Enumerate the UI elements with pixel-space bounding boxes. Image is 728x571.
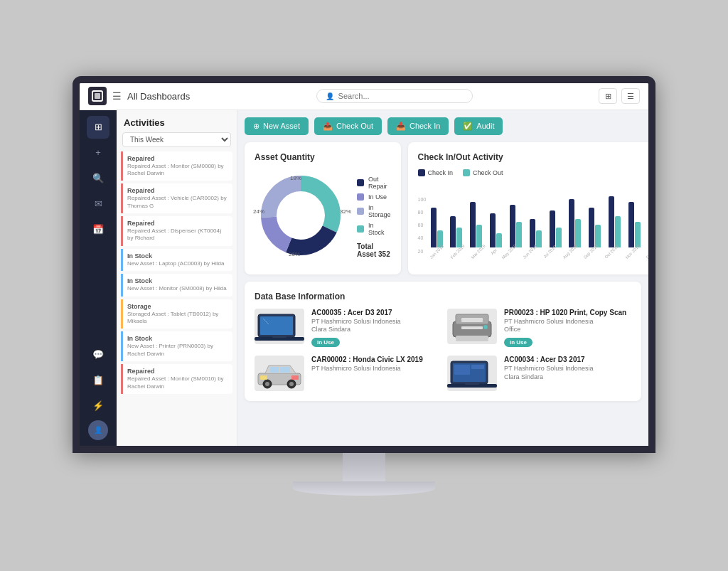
audit-icon: ✅ <box>463 122 473 131</box>
bar-checkin <box>490 213 496 247</box>
asset-quantity-title: Asset Quantity <box>255 152 391 162</box>
svg-rect-33 <box>454 365 470 375</box>
bar-group <box>646 191 648 247</box>
donut-label-26: 26% <box>289 251 300 257</box>
plus-circle-icon: ⊕ <box>253 122 259 131</box>
bar-legend-checkout-label: Check Out <box>473 169 503 176</box>
bar-checkout <box>496 233 502 247</box>
activities-filter-select[interactable]: This Week <box>122 132 231 147</box>
sidebar-icon-bolt[interactable]: ⚡ <box>87 395 109 417</box>
donut-legend: Out Repair In Use In Storage <box>357 176 391 258</box>
bar-group <box>587 191 604 247</box>
bar-checkout <box>575 219 581 247</box>
sidebar-icon-calendar[interactable]: 📅 <box>87 218 109 241</box>
db-img-laptop2 <box>447 356 497 391</box>
bar-legend-checkin-label: Check In <box>428 169 454 176</box>
bar-group <box>448 191 465 247</box>
legend-label-inuse: In Use <box>368 193 387 201</box>
bar-group <box>547 191 564 247</box>
db-item4-name: AC00034 : Acer D3 2017 <box>504 356 631 363</box>
db-item2-badge: In Use <box>504 338 532 347</box>
bar-checkin <box>550 210 555 247</box>
donut-label-18: 18% <box>290 175 301 181</box>
bar-checkin <box>609 196 614 247</box>
new-asset-button[interactable]: ⊕ New Asset <box>245 117 309 135</box>
db-item3-name: CAR00002 : Honda Civic LX 2019 <box>311 356 439 363</box>
legend-label-outrepair: Out Repair <box>368 176 391 190</box>
total-assets: Total Asset 352 <box>357 242 391 258</box>
bar-group <box>507 191 524 247</box>
user-avatar[interactable]: 👤 <box>88 420 108 440</box>
list-view-btn[interactable]: ☰ <box>621 88 640 104</box>
search-input[interactable] <box>338 92 464 100</box>
bar-group <box>567 191 584 247</box>
sidebar-icon-search[interactable]: 🔍 <box>87 167 109 190</box>
topbar: ☰ All Dashboards 👤 ⊞ ☰ <box>80 83 648 110</box>
list-item[interactable]: Storage Storaged Asset : Tablet (TB0012)… <box>121 299 232 329</box>
svg-rect-21 <box>280 367 290 373</box>
list-item[interactable]: In Stock New Asset : Monitor (SM0008) by… <box>121 274 232 296</box>
sidebar-icon-mail[interactable]: ✉ <box>87 193 109 215</box>
sidebar-icon-add[interactable]: + <box>87 142 109 164</box>
activities-list: Repaired Repaired Asset : Monitor (SM000… <box>117 151 237 446</box>
legend-dot-inuse <box>357 193 364 201</box>
db-item2-company: PT Hashmicro Solusi IndonesiaOffice <box>504 318 631 334</box>
svg-rect-26 <box>260 375 267 380</box>
db-img-car <box>255 356 304 391</box>
sidebar-icon-grid[interactable]: ⊞ <box>87 116 109 139</box>
bar-checkin <box>530 219 535 247</box>
db-img-printer <box>447 309 497 344</box>
sidebar: ⊞ + 🔍 ✉ 📅 💬 📋 ⚡ 👤 <box>80 110 117 446</box>
main-content: ⊕ New Asset 📤 Check Out 📥 Check In ✅ <box>237 110 648 446</box>
checkinout-title: Check In/Out Activity <box>418 152 648 162</box>
bar-checkin <box>431 208 437 247</box>
search-box[interactable]: 👤 <box>316 89 473 103</box>
hamburger-icon[interactable]: ☰ <box>112 90 122 102</box>
checkout-icon: 📤 <box>323 122 333 131</box>
svg-rect-1 <box>95 93 100 99</box>
db-img-laptop <box>255 309 304 344</box>
page-title: All Dashboards <box>127 91 190 102</box>
app-logo <box>88 87 107 105</box>
bar-legend-checkin-dot <box>418 169 425 176</box>
list-item[interactable]: Repaired Repaired Asset : Monitor (SM001… <box>121 364 232 394</box>
bar-checkin <box>628 202 634 247</box>
bar-checkin <box>589 208 594 247</box>
bar-checkout <box>476 225 482 247</box>
db-item-laptop[interactable]: AC00035 : Acer D3 2017 PT Hashmicro Solu… <box>255 309 439 347</box>
grid-view-btn[interactable]: ⊞ <box>599 88 617 104</box>
bar-chart <box>428 183 648 247</box>
bar-group <box>428 191 445 247</box>
bar-group <box>626 191 643 247</box>
bar-legend: Check In Check Out <box>418 169 648 176</box>
list-item[interactable]: Repaired Repaired Asset : Monitor (SM000… <box>121 151 232 181</box>
check-in-button[interactable]: 📥 Check In <box>387 117 449 135</box>
search-icon: 👤 <box>326 92 334 100</box>
bar-checkout <box>536 230 542 247</box>
svg-rect-34 <box>471 365 484 369</box>
svg-rect-9 <box>260 316 293 335</box>
bar-checkout <box>516 222 522 247</box>
bar-checkin <box>450 216 456 247</box>
audit-button[interactable]: ✅ Audit <box>454 117 503 135</box>
database-title: Data Base Information <box>255 292 631 301</box>
db-item1-badge: In Use <box>311 338 340 347</box>
bar-group <box>468 191 485 247</box>
db-item-printer[interactable]: PR00023 : HP 1020 Print, Copy Scan PT Ha… <box>447 309 631 347</box>
bar-checkin <box>569 199 574 247</box>
svg-point-25 <box>289 382 294 386</box>
check-out-button[interactable]: 📤 Check Out <box>314 117 382 135</box>
db-item-car[interactable]: CAR00002 : Honda Civic LX 2019 PT Hashmi… <box>255 356 439 391</box>
database-grid: AC00035 : Acer D3 2017 PT Hashmicro Solu… <box>255 309 631 391</box>
donut-chart <box>255 169 347 262</box>
list-item[interactable]: Repaired Repaired Asset : Dispenser (KT0… <box>121 216 232 246</box>
svg-rect-11 <box>272 336 287 338</box>
sidebar-icon-docs[interactable]: 📋 <box>87 369 109 392</box>
list-item[interactable]: In Stock New Asset : Printer (PRN0003) b… <box>121 331 232 361</box>
legend-dot-instock <box>357 225 364 233</box>
sidebar-icon-chat[interactable]: 💬 <box>87 343 109 366</box>
list-item[interactable]: Repaired Repaired Asset : Vehicle (CAR00… <box>121 183 232 213</box>
list-item[interactable]: In Stock New Asset : Laptop (AC0003) by … <box>121 249 232 271</box>
db-item-laptop2[interactable]: AC00034 : Acer D3 2017 PT Hashmicro Solu… <box>447 356 631 391</box>
activities-panel: Activities This Week Repaired Repaired A… <box>117 110 237 446</box>
